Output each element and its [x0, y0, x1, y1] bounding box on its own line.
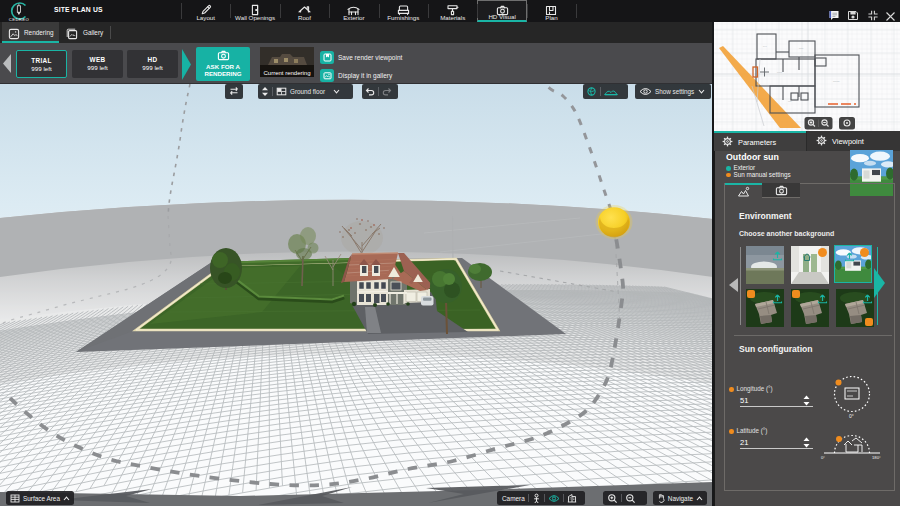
- svg-text:living: living: [777, 71, 783, 73]
- svg-text:0°: 0°: [821, 455, 825, 460]
- svg-text:hall: hall: [788, 100, 792, 102]
- svg-text:180°: 180°: [872, 455, 881, 460]
- svg-text:garage: garage: [833, 80, 841, 82]
